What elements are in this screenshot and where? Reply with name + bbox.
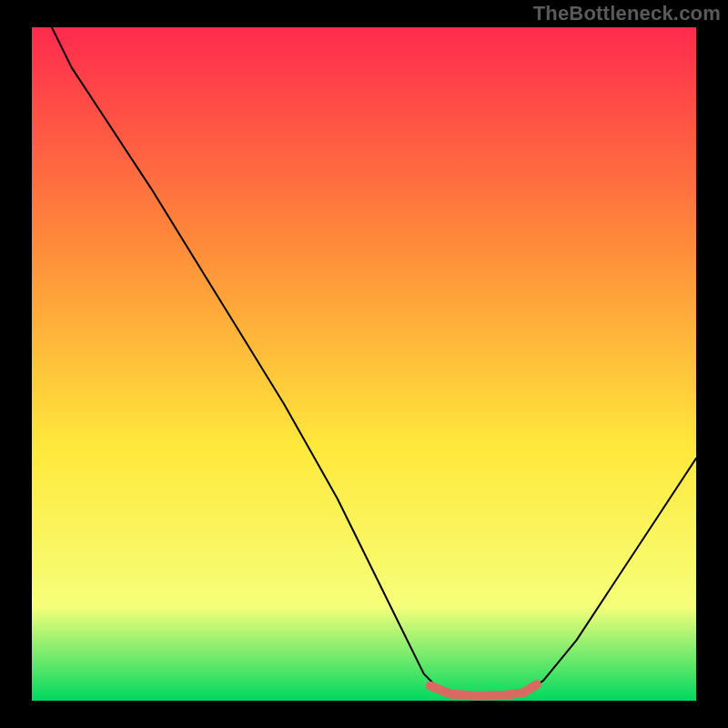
watermark-text: TheBottleneck.com (533, 2, 721, 25)
bottleneck-chart (0, 0, 728, 728)
chart-frame: TheBottleneck.com (0, 0, 728, 728)
plot-background (32, 27, 696, 701)
